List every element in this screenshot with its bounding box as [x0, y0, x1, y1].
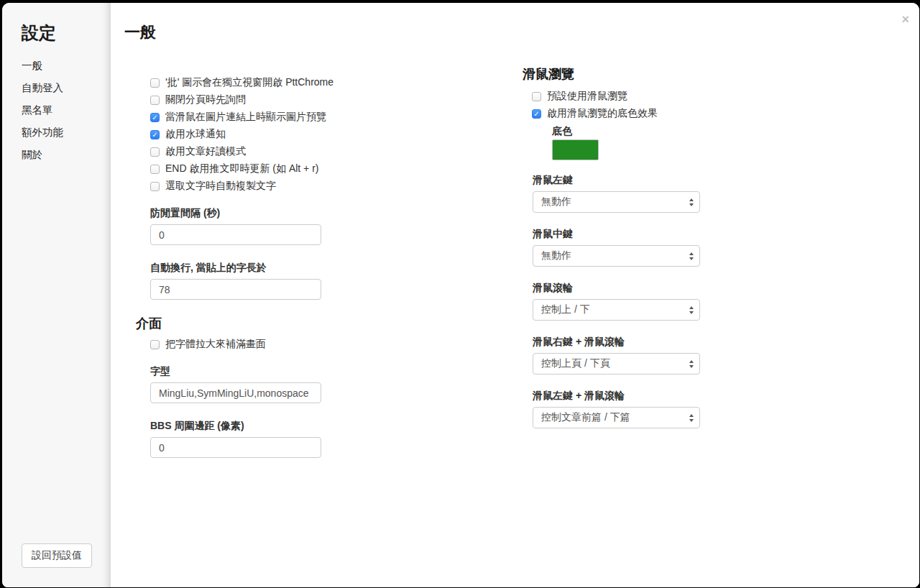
- checkbox-label: 選取文字時自動複製文字: [165, 180, 276, 193]
- checkbox-row-easy-reading[interactable]: 啟用文章好讀模式: [150, 143, 337, 160]
- wrap-length-input[interactable]: [150, 279, 321, 300]
- mouse-browsing-title: 滑鼠瀏覽: [523, 66, 702, 82]
- mouse-wheel-group: 滑鼠滾輪 控制上 / 下: [533, 282, 702, 321]
- interface-section-title: 介面: [136, 316, 337, 331]
- general-section: '批' 圖示會在獨立視窗開啟 PttChrome 關閉分頁時先詢問 ✓ 當滑鼠在…: [136, 74, 337, 458]
- bbs-margin-label: BBS 周圍邊距 (像素): [150, 420, 337, 433]
- wrap-length-field-group: 自動換行, 當貼上的字長於: [150, 262, 337, 300]
- mouse-left-wheel-group: 滑鼠左鍵 + 滑鼠滾輪 控制文章前篇 / 下篇: [533, 390, 702, 428]
- wrap-length-label: 自動換行, 當貼上的字長於: [150, 262, 337, 275]
- mouse-right-wheel-select[interactable]: 控制上頁 / 下頁: [533, 353, 700, 375]
- sidebar-item-autologin[interactable]: 自動登入: [22, 83, 111, 93]
- select-value: 無動作: [541, 196, 689, 208]
- font-family-field-group: 字型: [150, 365, 337, 403]
- checkbox-row-highlight-effect[interactable]: ✓ 啟用滑鼠瀏覽的底色效果: [532, 105, 702, 122]
- checkbox-row-batch-icon[interactable]: '批' 圖示會在獨立視窗開啟 PttChrome: [150, 74, 337, 91]
- select-stepper-icon: [689, 414, 694, 422]
- mouse-right-wheel-label: 滑鼠右鍵 + 滑鼠滾輪: [533, 336, 702, 349]
- mouse-left-wheel-select[interactable]: 控制文章前篇 / 下篇: [533, 407, 700, 428]
- idle-interval-input[interactable]: [150, 224, 321, 245]
- checkbox-icon[interactable]: [150, 182, 160, 191]
- bbs-margin-field-group: BBS 周圍邊距 (像素): [150, 420, 337, 458]
- mouse-browsing-checkbox-group: 預設使用滑鼠瀏覽 ✓ 啟用滑鼠瀏覽的底色效果: [532, 88, 702, 122]
- checkbox-icon[interactable]: ✓: [150, 130, 160, 139]
- checkbox-row-stretch-font[interactable]: 把字體拉大來補滿畫面: [150, 336, 337, 353]
- checkbox-icon[interactable]: [150, 340, 160, 349]
- mouse-right-wheel-group: 滑鼠右鍵 + 滑鼠滾輪 控制上頁 / 下頁: [533, 336, 702, 375]
- idle-interval-label: 防閒置間隔 (秒): [150, 207, 337, 220]
- select-stepper-icon: [689, 252, 694, 260]
- sidebar: 設定 一般 自動登入 黑名單 額外功能 關於 設回預設值: [2, 3, 111, 587]
- checkbox-icon[interactable]: ✓: [532, 109, 541, 119]
- checkbox-label: 啟用水球通知: [165, 128, 226, 141]
- select-value: 控制上頁 / 下頁: [541, 357, 689, 370]
- select-stepper-icon: [689, 198, 694, 206]
- mouse-browsing-section: 滑鼠瀏覽 預設使用滑鼠瀏覽 ✓ 啟用滑鼠瀏覽的底色效果 底色 滑鼠左鍵: [523, 66, 702, 428]
- settings-dialog: 設定 一般 自動登入 黑名單 額外功能 關於 設回預設值 × 一般 '批' 圖示…: [2, 3, 919, 587]
- sidebar-item-general[interactable]: 一般: [22, 60, 111, 71]
- checkbox-row-confirm-close[interactable]: 關閉分頁時先詢問: [150, 91, 337, 109]
- mouse-selects: 滑鼠左鍵 無動作 滑鼠中鍵 無動作 滑鼠滾輪 控制上: [533, 174, 702, 428]
- mouse-middle-label: 滑鼠中鍵: [533, 228, 702, 241]
- checkbox-row-copy-on-select[interactable]: 選取文字時自動複製文字: [150, 178, 337, 195]
- mouse-middle-group: 滑鼠中鍵 無動作: [533, 228, 702, 267]
- sidebar-item-about[interactable]: 關於: [22, 150, 111, 160]
- checkbox-label: 啟用文章好讀模式: [165, 145, 246, 158]
- font-family-input[interactable]: [150, 382, 321, 403]
- mouse-left-group: 滑鼠左鍵 無動作: [533, 174, 702, 213]
- checkbox-icon[interactable]: [150, 96, 160, 105]
- general-checkbox-group: '批' 圖示會在獨立視窗開啟 PttChrome 關閉分頁時先詢問 ✓ 當滑鼠在…: [150, 74, 337, 300]
- page-title: 一般: [124, 22, 156, 43]
- select-value: 無動作: [541, 249, 689, 262]
- checkbox-row-image-preview[interactable]: ✓ 當滑鼠在圖片連結上時顯示圖片預覽: [150, 109, 337, 126]
- checkbox-icon[interactable]: [150, 147, 160, 157]
- interface-group: 把字體拉大來補滿畫面 字型 BBS 周圍邊距 (像素): [150, 336, 337, 458]
- idle-interval-field-group: 防閒置間隔 (秒): [150, 207, 337, 245]
- checkbox-icon[interactable]: [532, 92, 541, 101]
- highlight-color-label: 底色: [552, 125, 702, 138]
- reset-defaults-button[interactable]: 設回預設值: [22, 543, 92, 568]
- checkbox-label: 預設使用滑鼠瀏覽: [547, 90, 627, 103]
- checkbox-icon[interactable]: ✓: [150, 113, 160, 122]
- sidebar-nav: 一般 自動登入 黑名單 額外功能 關於: [22, 60, 111, 160]
- close-icon[interactable]: ×: [901, 14, 909, 24]
- mouse-middle-select[interactable]: 無動作: [533, 245, 700, 267]
- select-stepper-icon: [689, 360, 694, 368]
- checkbox-label: 當滑鼠在圖片連結上時顯示圖片預覽: [165, 111, 326, 124]
- checkbox-label: 把字體拉大來補滿畫面: [165, 338, 266, 351]
- checkbox-label: 啟用滑鼠瀏覽的底色效果: [547, 107, 658, 120]
- checkbox-icon[interactable]: [150, 165, 160, 174]
- mouse-left-label: 滑鼠左鍵: [533, 174, 702, 187]
- checkbox-row-water-balloon[interactable]: ✓ 啟用水球通知: [150, 126, 337, 143]
- select-value: 控制上 / 下: [541, 303, 689, 316]
- checkbox-row-default-mouse-browsing[interactable]: 預設使用滑鼠瀏覽: [532, 88, 702, 105]
- mouse-left-wheel-label: 滑鼠左鍵 + 滑鼠滾輪: [533, 390, 702, 403]
- sidebar-title: 設定: [22, 22, 111, 45]
- checkbox-row-end-live-update[interactable]: END 啟用推文即時更新 (如 Alt + r): [150, 160, 337, 178]
- main-panel: × 一般 '批' 圖示會在獨立視窗開啟 PttChrome 關閉分頁時先詢問 ✓…: [111, 3, 919, 587]
- checkbox-label: 關閉分頁時先詢問: [165, 93, 246, 106]
- sidebar-item-blacklist[interactable]: 黑名單: [22, 105, 111, 116]
- highlight-color-swatch[interactable]: [552, 139, 599, 160]
- mouse-left-select[interactable]: 無動作: [533, 191, 700, 213]
- checkbox-label: '批' 圖示會在獨立視窗開啟 PttChrome: [165, 76, 334, 89]
- mouse-wheel-label: 滑鼠滾輪: [533, 282, 702, 295]
- checkbox-label: END 啟用推文即時更新 (如 Alt + r): [165, 162, 319, 175]
- select-stepper-icon: [689, 306, 694, 314]
- mouse-wheel-select[interactable]: 控制上 / 下: [533, 299, 700, 321]
- bbs-margin-input[interactable]: [150, 437, 321, 458]
- highlight-color-group: 底色: [552, 125, 702, 160]
- font-family-label: 字型: [150, 365, 337, 378]
- select-value: 控制文章前篇 / 下篇: [541, 411, 689, 424]
- checkbox-icon[interactable]: [150, 78, 160, 88]
- sidebar-item-extras[interactable]: 額外功能: [22, 127, 111, 138]
